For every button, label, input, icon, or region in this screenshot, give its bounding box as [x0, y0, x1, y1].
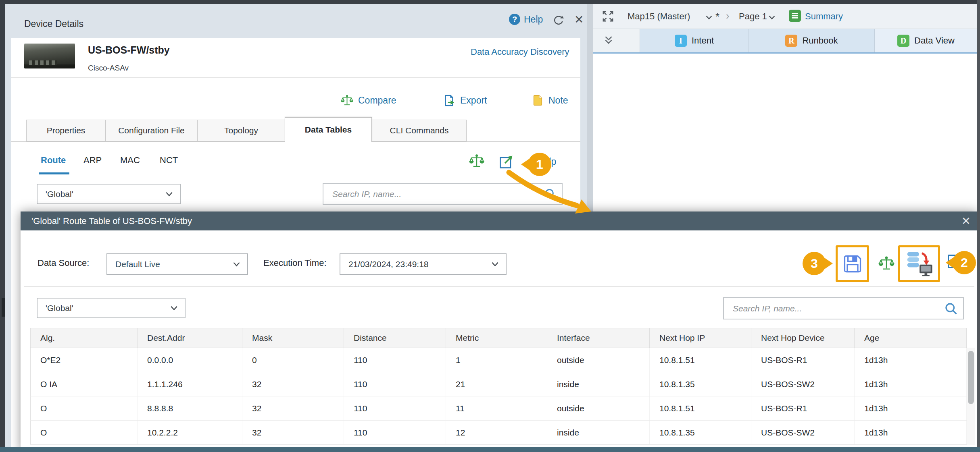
table-cell: outside: [547, 348, 650, 372]
column-header[interactable]: Alg.: [31, 328, 138, 348]
help-label: Help: [524, 14, 543, 25]
save-highlight-box: [836, 245, 869, 282]
table-cell: US-BOS-SW2: [751, 421, 855, 445]
table-cell: 10.8.1.35: [650, 372, 751, 396]
retrieve-live-data-highlight-box: [898, 245, 940, 282]
table-cell: 1d13h: [855, 396, 967, 421]
chevron-down-icon: [166, 192, 173, 197]
breadcrumb-map-name[interactable]: Map15 (Master): [628, 11, 690, 22]
device-model: Cisco-ASAv: [88, 64, 129, 73]
device-photo: [24, 44, 75, 68]
modal-close-icon[interactable]: ✕: [961, 215, 971, 228]
execution-time-label: Execution Time:: [263, 258, 327, 268]
modal-search-input[interactable]: [724, 298, 944, 319]
tab-properties[interactable]: Properties: [26, 120, 105, 141]
column-header[interactable]: Interface: [547, 328, 650, 348]
column-header[interactable]: Age: [855, 328, 967, 348]
table-row[interactable]: O8.8.8.83211011outside10.8.1.51US-BOS-R1…: [31, 396, 967, 421]
column-header[interactable]: Distance: [344, 328, 446, 348]
callout-badge-2: 2: [953, 251, 976, 274]
table-row[interactable]: O10.2.2.23211012inside10.8.1.35US-BOS-SW…: [31, 421, 967, 445]
data-source-dropdown[interactable]: Default Live: [106, 253, 248, 275]
table-cell: 8.8.8.8: [138, 396, 242, 421]
note-icon: [532, 94, 544, 106]
column-header[interactable]: Mask: [242, 328, 344, 348]
table-cell: outside: [547, 396, 650, 421]
table-cell: 10.2.2.2: [138, 421, 242, 445]
compare-modal-icon[interactable]: [878, 255, 895, 272]
summary-icon[interactable]: [789, 10, 801, 22]
tab-configuration-file[interactable]: Configuration File: [105, 120, 197, 141]
tab-runbook[interactable]: R Runbook: [749, 29, 874, 52]
tab-topology[interactable]: Topology: [197, 120, 285, 141]
table-cell: O: [31, 396, 138, 421]
compare-button[interactable]: Compare: [341, 94, 396, 107]
note-button[interactable]: Note: [532, 94, 568, 106]
route-scope-value: 'Global': [46, 189, 73, 199]
table-cell: US-BOS-R1: [751, 396, 855, 421]
panel-resize-handle[interactable]: [2, 298, 5, 317]
table-cell: 10.8.1.51: [650, 348, 751, 372]
table-cell: 21: [446, 372, 547, 396]
table-cell: US-BOS-R1: [751, 348, 855, 372]
subtab-arp[interactable]: ARP: [83, 155, 102, 166]
search-icon[interactable]: [944, 301, 958, 316]
table-cell: 110: [344, 348, 446, 372]
callout-badge-1: 1: [528, 153, 551, 176]
column-header[interactable]: Dest.Addr: [138, 328, 242, 348]
subtab-route[interactable]: Route: [41, 155, 66, 166]
table-header-row: Alg.Dest.AddrMaskDistanceMetricInterface…: [31, 328, 967, 348]
table-cell: 1: [446, 348, 547, 372]
chevron-down-icon: [233, 262, 240, 267]
column-header[interactable]: Metric: [446, 328, 547, 348]
page-title: Device Details: [24, 19, 83, 29]
table-cell: 32: [242, 421, 344, 445]
table-row[interactable]: O IA1.1.1.2463211021inside10.8.1.35US-BO…: [31, 372, 967, 396]
save-icon[interactable]: [842, 253, 863, 274]
route-scope-dropdown[interactable]: 'Global': [37, 184, 181, 204]
data-source-value: Default Live: [115, 259, 160, 269]
device-name: US-BOS-FW/stby: [88, 44, 170, 56]
expand-icon[interactable]: [602, 10, 614, 23]
table-cell: O IA: [31, 372, 138, 396]
data-accuracy-discovery-link[interactable]: Data Accuracy Discovery: [471, 47, 569, 57]
refresh-icon[interactable]: [553, 15, 565, 27]
summary-link[interactable]: Summary: [805, 11, 843, 22]
table-cell: 1d13h: [855, 348, 967, 372]
table-scrollbar-thumb[interactable]: [968, 351, 974, 404]
execution-time-value: 21/03/2024, 23:49:18: [348, 259, 429, 269]
chevron-down-icon[interactable]: [769, 15, 775, 20]
chevron-down-icon[interactable]: [706, 15, 712, 20]
table-cell: 110: [344, 396, 446, 421]
table-cell: inside: [547, 421, 650, 445]
help-button[interactable]: ? Help: [509, 14, 543, 25]
modal-search: [723, 297, 964, 319]
retrieve-live-data-icon[interactable]: [905, 251, 934, 276]
subtab-nct[interactable]: NCT: [160, 155, 178, 166]
table-cell: 10.8.1.35: [650, 421, 751, 445]
tab-intent[interactable]: I Intent: [640, 29, 749, 52]
window-frame: [0, 447, 980, 452]
compare-label: Compare: [358, 95, 396, 106]
tab-data-view[interactable]: D Data View: [874, 29, 977, 52]
close-icon[interactable]: ✕: [574, 13, 584, 26]
column-header[interactable]: Next Hop IP: [650, 328, 751, 348]
collapse-tabs-icon[interactable]: [603, 35, 615, 47]
breadcrumb-separator: ›: [726, 10, 730, 22]
tab-cli-commands[interactable]: CLI Commands: [372, 120, 467, 141]
compare-table-icon[interactable]: [469, 153, 484, 169]
table-row[interactable]: O*E20.0.0.001101outside10.8.1.51US-BOS-R…: [31, 348, 967, 372]
modal-scope-value: 'Global': [46, 303, 73, 313]
subtab-mac[interactable]: MAC: [120, 155, 140, 166]
column-header[interactable]: Next Hop Device: [751, 328, 855, 348]
table-cell: 32: [242, 396, 344, 421]
table-cell: 10.8.1.51: [650, 396, 751, 421]
tab-data-tables[interactable]: Data Tables: [285, 117, 372, 142]
breadcrumb-page[interactable]: Page 1: [739, 11, 767, 22]
modal-scope-dropdown[interactable]: 'Global': [37, 298, 186, 318]
table-cell: O*E2: [31, 348, 138, 372]
chevron-down-icon: [492, 262, 498, 267]
table-cell: 1d13h: [855, 421, 967, 445]
execution-time-dropdown[interactable]: 21/03/2024, 23:49:18: [340, 253, 507, 275]
export-button[interactable]: Export: [443, 94, 487, 107]
